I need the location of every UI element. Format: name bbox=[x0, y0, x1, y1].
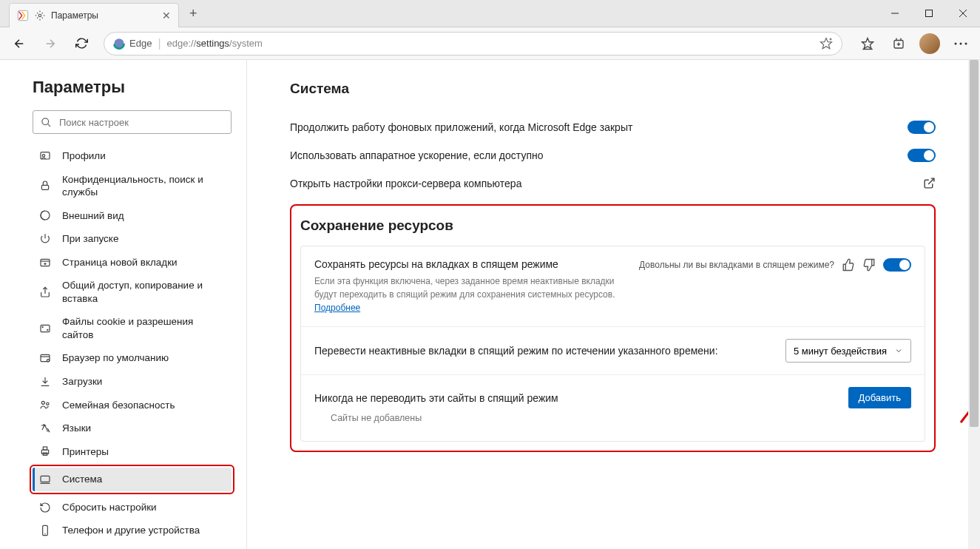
svg-rect-25 bbox=[41, 185, 48, 189]
printer-icon bbox=[38, 445, 52, 457]
search-input[interactable] bbox=[59, 117, 223, 128]
vertical-scrollbar[interactable] bbox=[968, 60, 980, 549]
sidebar-item-cookies[interactable]: Файлы cookie и разрешения сайтов bbox=[33, 310, 232, 346]
sleep-title: Сохранять ресурсы на вкладках в спящем р… bbox=[314, 258, 624, 270]
svg-point-21 bbox=[42, 118, 49, 124]
svg-rect-36 bbox=[41, 355, 50, 362]
sidebar-item-share[interactable]: Общий доступ, копирование и вставка bbox=[33, 274, 232, 310]
add-site-button[interactable]: Добавить bbox=[848, 387, 911, 408]
svg-point-1 bbox=[38, 14, 41, 17]
svg-marker-8 bbox=[821, 38, 832, 48]
svg-point-20 bbox=[965, 42, 967, 44]
sidebar-item-label: Конфиденциальность, поиск и службы bbox=[62, 173, 226, 199]
sidebar-item-label: При запуске bbox=[62, 232, 118, 246]
thumbs-up-icon[interactable] bbox=[842, 258, 855, 272]
settings-sidebar: Параметры Профили Конфиденциальность, по… bbox=[0, 60, 247, 549]
sidebar-item-downloads[interactable]: Загрузки bbox=[33, 370, 232, 394]
phone-icon bbox=[38, 525, 52, 536]
edge-label: Edge bbox=[129, 38, 152, 49]
language-icon bbox=[38, 422, 52, 434]
setting-row-proxy[interactable]: Открыть настройки прокси-сервера компьют… bbox=[290, 169, 936, 197]
sleep-desc: Если эта функция включена, через заданно… bbox=[314, 274, 624, 314]
settings-content: Система Продолжить работу фоновых прилож… bbox=[247, 60, 980, 549]
back-button[interactable] bbox=[4, 30, 34, 57]
section-title-resources: Сохранение ресурсов bbox=[300, 218, 925, 234]
svg-point-35 bbox=[47, 329, 48, 330]
learn-more-link[interactable]: Подробнее bbox=[314, 303, 360, 313]
svg-rect-42 bbox=[43, 447, 47, 450]
profile-avatar[interactable] bbox=[919, 33, 940, 54]
sidebar-item-profiles[interactable]: Профили bbox=[33, 144, 232, 168]
new-tab-button[interactable]: + bbox=[185, 6, 202, 21]
sidebar-item-family[interactable]: Семейная безопасность bbox=[33, 394, 232, 417]
never-sleep-label: Никогда не переводить эти сайты в спящий… bbox=[314, 392, 848, 404]
site-identity[interactable]: Edge bbox=[113, 38, 152, 50]
sidebar-item-printers[interactable]: Принтеры bbox=[33, 440, 232, 464]
sidebar-item-phone[interactable]: Телефон и другие устройства bbox=[33, 519, 232, 542]
sidebar-item-privacy[interactable]: Конфиденциальность, поиск и службы bbox=[33, 168, 232, 204]
dropdown-value: 5 минут бездействия bbox=[794, 346, 887, 357]
chevron-down-icon bbox=[894, 346, 903, 355]
sleep-toggle-row: Сохранять ресурсы на вкладках в спящем р… bbox=[301, 246, 925, 327]
minimize-button[interactable] bbox=[878, 0, 912, 27]
sidebar-item-languages[interactable]: Языки bbox=[33, 417, 232, 440]
menu-button[interactable] bbox=[946, 30, 976, 57]
timeout-dropdown[interactable]: 5 минут бездействия bbox=[785, 339, 911, 363]
collections-button[interactable] bbox=[884, 30, 913, 57]
address-bar[interactable]: Edge | edge://settings/system bbox=[104, 32, 842, 55]
sidebar-item-appearance[interactable]: Внешний вид bbox=[33, 204, 232, 228]
external-link-icon[interactable] bbox=[923, 177, 936, 189]
svg-point-38 bbox=[47, 360, 49, 362]
reset-icon bbox=[38, 502, 52, 513]
sidebar-item-label: Принтеры bbox=[62, 445, 109, 459]
toggle-hardware-accel[interactable] bbox=[908, 149, 936, 162]
sidebar-item-label: Файлы cookie и разрешения сайтов bbox=[62, 315, 226, 341]
sidebar-title: Параметры bbox=[33, 78, 232, 97]
svg-rect-44 bbox=[41, 476, 50, 482]
system-icon bbox=[38, 474, 52, 485]
toggle-sleep-tabs[interactable] bbox=[883, 258, 911, 272]
section-title-system: Система bbox=[290, 81, 936, 97]
sidebar-item-onstartup[interactable]: При запуске bbox=[33, 227, 232, 251]
profile-icon bbox=[38, 150, 52, 162]
feedback-row: Довольны ли вы вкладками в спящем режиме… bbox=[639, 258, 911, 272]
browser-icon bbox=[38, 352, 52, 364]
maximize-button[interactable] bbox=[912, 0, 946, 27]
sidebar-item-label: Внешний вид bbox=[62, 209, 124, 223]
close-window-button[interactable] bbox=[946, 0, 980, 27]
tab-close-icon[interactable]: ✕ bbox=[162, 10, 171, 21]
search-icon bbox=[41, 117, 52, 128]
sidebar-item-default-browser[interactable]: Браузер по умолчанию bbox=[33, 346, 232, 370]
svg-point-39 bbox=[41, 402, 44, 405]
scrollbar-thumb[interactable] bbox=[970, 60, 979, 427]
sidebar-item-label: Сбросить настройки bbox=[62, 501, 157, 514]
sidebar-item-label: Профили bbox=[62, 149, 106, 163]
url-text: edge://settings/system bbox=[167, 38, 263, 49]
svg-point-18 bbox=[955, 42, 957, 44]
svg-point-19 bbox=[960, 42, 962, 44]
sidebar-item-system[interactable]: Система bbox=[33, 468, 232, 491]
toggle-background-apps[interactable] bbox=[908, 121, 936, 134]
favorites-button[interactable] bbox=[853, 30, 882, 57]
thumbs-down-icon[interactable] bbox=[862, 258, 876, 272]
tab-title: Параметры bbox=[51, 10, 156, 21]
sidebar-item-reset[interactable]: Сбросить настройки bbox=[33, 496, 232, 519]
sidebar-item-newtab[interactable]: Страница новой вкладки bbox=[33, 251, 232, 274]
reload-button[interactable] bbox=[67, 30, 96, 57]
svg-point-40 bbox=[47, 403, 49, 405]
tab-favicon bbox=[17, 10, 29, 21]
svg-point-24 bbox=[42, 154, 44, 156]
gear-icon bbox=[35, 10, 45, 21]
setting-row-hardware: Использовать аппаратное ускорение, если … bbox=[290, 141, 936, 169]
feedback-question: Довольны ли вы вкладками в спящем режиме… bbox=[639, 260, 834, 270]
browser-tab[interactable]: Параметры ✕ bbox=[9, 3, 179, 27]
sidebar-item-label: Языки bbox=[62, 422, 91, 435]
favorite-star-icon[interactable] bbox=[820, 37, 833, 50]
sidebar-item-label: Телефон и другие устройства bbox=[62, 524, 200, 537]
sidebar-item-label: Загрузки bbox=[62, 375, 102, 388]
forward-button[interactable] bbox=[36, 30, 65, 57]
titlebar: Параметры ✕ + bbox=[0, 0, 980, 27]
never-sleep-row: Никогда не переводить эти сайты в спящий… bbox=[301, 375, 925, 441]
svg-line-22 bbox=[47, 124, 50, 127]
sidebar-search[interactable] bbox=[33, 110, 232, 134]
